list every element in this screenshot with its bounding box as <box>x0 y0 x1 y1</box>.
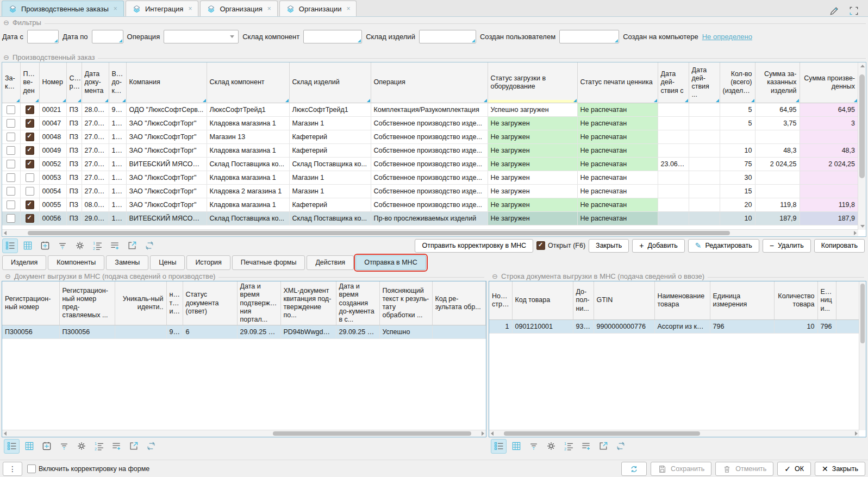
closed-checkbox[interactable] <box>7 105 15 114</box>
product-warehouse-input[interactable] <box>419 30 476 43</box>
order-row[interactable]: 00048 ПЗ 27.06.24 10:59 ЗАО "ЛюксСофтТор… <box>2 130 858 144</box>
posted-checkbox[interactable] <box>26 214 34 223</box>
col-xml-receipt[interactable]: XML-документ квитанция под-тверждение по… <box>280 281 336 325</box>
view-grid-button[interactable] <box>21 439 37 454</box>
close-form-button[interactable]: ✕Закрыть <box>815 462 865 476</box>
numbered-list-button[interactable] <box>89 238 105 253</box>
closed-checkbox[interactable] <box>7 133 15 141</box>
col-load-status[interactable]: Статус загрузки в оборудование <box>488 62 577 103</box>
col-product-code[interactable]: Код товара <box>512 281 573 320</box>
add-list-button[interactable] <box>578 439 594 454</box>
ok-button[interactable]: ✓ОК <box>777 462 811 476</box>
scroll-right-icon[interactable] <box>482 431 484 436</box>
view-list-button[interactable] <box>4 439 20 454</box>
view-list-button[interactable] <box>2 238 18 253</box>
col-reg-number-submitted[interactable]: Регистрацион-ный номер пред-ставляемых .… <box>59 281 115 325</box>
scroll-left-icon[interactable] <box>491 431 494 436</box>
col-date-to[interactable]: Дата дей-ствия ... <box>689 62 720 103</box>
tab-integration[interactable]: Интеграция × <box>126 1 199 16</box>
open-f6-checkbox[interactable] <box>536 241 545 250</box>
export-button[interactable] <box>595 439 611 454</box>
filter-button[interactable] <box>526 439 541 454</box>
copy-button[interactable]: Копировать <box>814 239 865 253</box>
edit-button[interactable]: ✎Редактировать <box>688 239 759 253</box>
tab-send-to-mns[interactable]: Отправка в МНС <box>355 255 426 270</box>
settings-button[interactable] <box>73 439 89 454</box>
date-from-input[interactable] <box>27 30 59 43</box>
col-posted[interactable]: Про-ве-ден <box>20 62 39 103</box>
line-horizontal-scrollbar[interactable] <box>489 430 859 437</box>
settings-button[interactable] <box>543 439 559 454</box>
collapse-icon[interactable]: ⊖ <box>3 54 9 61</box>
tab-production-orders[interactable]: Производственные заказы × <box>2 1 124 16</box>
order-row[interactable]: 00054 ПЗ 27.06.24 14:01 ЗАО "ЛюксСофтТор… <box>2 185 858 198</box>
doc-row-selected[interactable]: П300056 П300056 938 6 29.09.25 13:01 PD9… <box>2 325 486 339</box>
order-row[interactable]: 00047 ПЗ 27.06.24 16:25 ЗАО "ЛюксСофтТор… <box>2 117 858 130</box>
filter-button[interactable] <box>54 238 70 253</box>
col-quantity[interactable]: Количество товара <box>774 281 817 320</box>
delete-button[interactable]: −Удалить <box>763 239 811 253</box>
tab-organizations[interactable]: Организации × <box>279 1 357 16</box>
export-button[interactable] <box>126 439 141 454</box>
more-options-button[interactable]: ⋮ <box>3 462 22 476</box>
close-tab-icon[interactable]: × <box>346 5 350 12</box>
col-extra[interactable] <box>836 281 859 320</box>
tab-components[interactable]: Компоненты <box>48 255 104 270</box>
col-print-status[interactable]: Статус печати ценника <box>577 62 658 103</box>
col-doc-status[interactable]: Статус документа (ответ) <box>183 281 237 325</box>
view-list-button[interactable] <box>491 439 507 454</box>
component-warehouse-input[interactable] <box>303 30 362 43</box>
order-row[interactable]: 00021 ПЗ 28.06.24 9:37 ОДО "ЛюксСофтСерв… <box>2 103 858 117</box>
col-closed[interactable]: За-крыт <box>2 62 20 103</box>
reload-button[interactable] <box>141 238 157 253</box>
posted-checkbox[interactable] <box>26 173 34 182</box>
scroll-down-icon[interactable] <box>860 225 865 228</box>
closed-checkbox[interactable] <box>7 160 15 168</box>
col-sum-ordered[interactable]: Сумма за-казанных изделий <box>755 62 800 103</box>
col-product-name[interactable]: Наименование товара <box>654 281 710 320</box>
col-series[interactable]: Се-рия <box>66 62 82 103</box>
tab-print-forms[interactable]: Печатные формы <box>232 255 305 270</box>
posted-checkbox[interactable] <box>26 105 34 114</box>
col-number[interactable]: Номер <box>39 62 66 103</box>
doc-horizontal-scrollbar[interactable] <box>2 430 486 437</box>
closed-checkbox[interactable] <box>7 214 15 223</box>
scrollbar-thumb[interactable] <box>28 231 730 235</box>
order-row[interactable]: 00055 ПЗ 08.09.25 14:30 ЗАО "ЛюксСофтТор… <box>2 198 858 212</box>
reload-button[interactable] <box>143 439 159 454</box>
reload-button[interactable] <box>613 439 628 454</box>
col-company[interactable]: Компания <box>126 62 207 103</box>
tab-products[interactable]: Изделия <box>2 255 46 270</box>
tab-organization[interactable]: Организация × <box>200 1 277 16</box>
posted-checkbox[interactable] <box>26 119 34 128</box>
col-unique-id[interactable]: Уникаль-ный иденти.. <box>115 281 166 325</box>
open-f6-checkbox-label[interactable]: Открыт (F6) <box>536 241 585 250</box>
send-correction-button[interactable]: Отправить корректировку в МНС <box>415 239 533 253</box>
close-order-button[interactable]: Закрыть <box>589 239 629 253</box>
save-button[interactable]: Сохранить <box>651 462 711 476</box>
col-qty[interactable]: Кол-во (всего) (изделие) <box>720 62 755 103</box>
export-button[interactable] <box>124 238 140 253</box>
operation-select[interactable] <box>164 30 239 43</box>
tab-replacements[interactable]: Замены <box>106 255 148 270</box>
col-sum-produced[interactable]: Сумма произве-денных <box>800 62 858 103</box>
filter-button[interactable] <box>56 439 72 454</box>
col-doc-time[interactable]: Врем до-ку-... <box>109 62 126 103</box>
numbered-list-button[interactable] <box>560 439 576 454</box>
scrollbar-thumb[interactable] <box>860 284 865 343</box>
tab-history[interactable]: История <box>186 255 230 270</box>
col-gtin[interactable]: GTIN <box>594 281 654 320</box>
line-vertical-scrollbar[interactable] <box>859 281 866 430</box>
tab-actions[interactable]: Действия <box>307 255 354 270</box>
col-product-wh[interactable]: Склад изделий <box>289 62 371 103</box>
include-correction-checkbox-label[interactable]: Включить корректировку на форме <box>27 465 149 473</box>
closed-checkbox[interactable] <box>7 200 15 209</box>
edit-pencil-icon[interactable] <box>829 5 840 16</box>
refresh-form-button[interactable] <box>621 462 647 476</box>
closed-checkbox[interactable] <box>7 119 15 128</box>
created-on-link[interactable]: Не определено <box>702 33 752 41</box>
view-grid-button[interactable] <box>20 238 35 253</box>
numbered-list-button[interactable] <box>91 439 107 454</box>
include-correction-checkbox[interactable] <box>27 465 36 473</box>
col-reg-number[interactable]: Регистрацион-ный номер <box>2 281 59 325</box>
